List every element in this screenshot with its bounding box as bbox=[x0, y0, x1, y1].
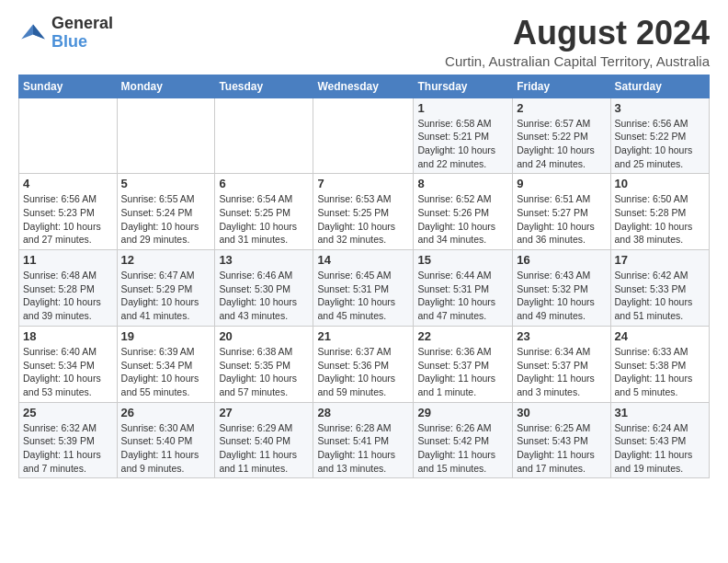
calendar-cell bbox=[215, 98, 313, 174]
day-info: Sunrise: 6:32 AM Sunset: 5:39 PM Dayligh… bbox=[23, 421, 113, 476]
calendar-cell: 11Sunrise: 6:48 AM Sunset: 5:28 PM Dayli… bbox=[19, 250, 118, 327]
day-info: Sunrise: 6:25 AM Sunset: 5:43 PM Dayligh… bbox=[517, 421, 606, 476]
calendar-cell: 26Sunrise: 6:30 AM Sunset: 5:40 PM Dayli… bbox=[117, 402, 215, 478]
day-info: Sunrise: 6:54 AM Sunset: 5:25 PM Dayligh… bbox=[219, 192, 309, 247]
calendar-cell: 27Sunrise: 6:29 AM Sunset: 5:40 PM Dayli… bbox=[215, 402, 313, 478]
day-info: Sunrise: 6:57 AM Sunset: 5:22 PM Dayligh… bbox=[517, 117, 606, 171]
day-number: 24 bbox=[615, 329, 705, 343]
day-number: 16 bbox=[517, 253, 606, 267]
calendar-cell bbox=[117, 98, 215, 174]
calendar-cell: 8Sunrise: 6:52 AM Sunset: 5:26 PM Daylig… bbox=[414, 174, 513, 250]
calendar-cell: 31Sunrise: 6:24 AM Sunset: 5:43 PM Dayli… bbox=[610, 402, 709, 478]
day-info: Sunrise: 6:42 AM Sunset: 5:33 PM Dayligh… bbox=[615, 269, 705, 323]
svg-marker-1 bbox=[33, 24, 45, 39]
calendar-cell: 9Sunrise: 6:51 AM Sunset: 5:27 PM Daylig… bbox=[513, 174, 610, 250]
day-info: Sunrise: 6:39 AM Sunset: 5:34 PM Dayligh… bbox=[121, 345, 211, 399]
day-info: Sunrise: 6:38 AM Sunset: 5:35 PM Dayligh… bbox=[219, 345, 309, 399]
day-info: Sunrise: 6:33 AM Sunset: 5:38 PM Dayligh… bbox=[615, 345, 705, 399]
header-row: SundayMondayTuesdayWednesdayThursdayFrid… bbox=[19, 75, 710, 98]
day-info: Sunrise: 6:43 AM Sunset: 5:32 PM Dayligh… bbox=[517, 269, 606, 323]
day-info: Sunrise: 6:29 AM Sunset: 5:40 PM Dayligh… bbox=[219, 421, 309, 476]
calendar-header: SundayMondayTuesdayWednesdayThursdayFrid… bbox=[19, 75, 710, 98]
day-number: 25 bbox=[23, 406, 113, 419]
day-number: 27 bbox=[219, 406, 309, 419]
day-number: 1 bbox=[417, 101, 508, 115]
calendar-body: 1Sunrise: 6:58 AM Sunset: 5:21 PM Daylig… bbox=[19, 98, 710, 478]
day-info: Sunrise: 6:56 AM Sunset: 5:22 PM Dayligh… bbox=[615, 117, 705, 171]
calendar-cell: 29Sunrise: 6:26 AM Sunset: 5:42 PM Dayli… bbox=[414, 402, 513, 478]
logo: General Blue bbox=[18, 15, 113, 52]
day-number: 6 bbox=[219, 177, 309, 190]
header-day-monday: Monday bbox=[117, 75, 215, 98]
calendar-cell: 24Sunrise: 6:33 AM Sunset: 5:38 PM Dayli… bbox=[610, 326, 709, 402]
week-row-3: 11Sunrise: 6:48 AM Sunset: 5:28 PM Dayli… bbox=[19, 250, 710, 327]
title-block: August 2024 Curtin, Australian Capital T… bbox=[445, 15, 710, 69]
calendar-cell: 12Sunrise: 6:47 AM Sunset: 5:29 PM Dayli… bbox=[117, 250, 215, 327]
day-number: 13 bbox=[219, 253, 309, 267]
calendar-cell: 22Sunrise: 6:36 AM Sunset: 5:37 PM Dayli… bbox=[414, 326, 513, 402]
day-info: Sunrise: 6:55 AM Sunset: 5:24 PM Dayligh… bbox=[121, 192, 211, 247]
calendar-cell: 19Sunrise: 6:39 AM Sunset: 5:34 PM Dayli… bbox=[117, 326, 215, 402]
logo-text: General Blue bbox=[51, 15, 113, 52]
day-number: 28 bbox=[317, 406, 409, 419]
day-number: 14 bbox=[317, 253, 409, 267]
calendar-cell: 15Sunrise: 6:44 AM Sunset: 5:31 PM Dayli… bbox=[414, 250, 513, 327]
day-number: 11 bbox=[23, 253, 113, 267]
calendar-cell: 16Sunrise: 6:43 AM Sunset: 5:32 PM Dayli… bbox=[513, 250, 610, 327]
day-number: 4 bbox=[23, 177, 113, 190]
header-day-saturday: Saturday bbox=[610, 75, 709, 98]
calendar-cell: 25Sunrise: 6:32 AM Sunset: 5:39 PM Dayli… bbox=[19, 402, 118, 478]
day-number: 26 bbox=[121, 406, 211, 419]
calendar-cell: 1Sunrise: 6:58 AM Sunset: 5:21 PM Daylig… bbox=[414, 98, 513, 174]
day-number: 9 bbox=[517, 177, 606, 190]
day-number: 22 bbox=[417, 329, 508, 343]
day-info: Sunrise: 6:28 AM Sunset: 5:41 PM Dayligh… bbox=[317, 421, 409, 476]
header-day-tuesday: Tuesday bbox=[215, 75, 313, 98]
day-number: 8 bbox=[417, 177, 508, 190]
day-info: Sunrise: 6:56 AM Sunset: 5:23 PM Dayligh… bbox=[23, 192, 113, 247]
day-number: 7 bbox=[317, 177, 409, 190]
day-info: Sunrise: 6:34 AM Sunset: 5:37 PM Dayligh… bbox=[517, 345, 606, 399]
calendar-cell: 6Sunrise: 6:54 AM Sunset: 5:25 PM Daylig… bbox=[215, 174, 313, 250]
day-number: 5 bbox=[121, 177, 211, 190]
calendar-cell: 5Sunrise: 6:55 AM Sunset: 5:24 PM Daylig… bbox=[117, 174, 215, 250]
month-title: August 2024 bbox=[445, 15, 710, 52]
day-number: 3 bbox=[615, 101, 705, 115]
calendar-cell bbox=[19, 98, 118, 174]
location-subtitle: Curtin, Australian Capital Territory, Au… bbox=[445, 53, 710, 69]
logo-icon bbox=[18, 18, 48, 48]
week-row-4: 18Sunrise: 6:40 AM Sunset: 5:34 PM Dayli… bbox=[19, 326, 710, 402]
day-info: Sunrise: 6:48 AM Sunset: 5:28 PM Dayligh… bbox=[23, 269, 113, 323]
calendar-cell: 7Sunrise: 6:53 AM Sunset: 5:25 PM Daylig… bbox=[313, 174, 414, 250]
day-info: Sunrise: 6:24 AM Sunset: 5:43 PM Dayligh… bbox=[615, 421, 705, 476]
page-header: General Blue August 2024 Curtin, Austral… bbox=[18, 15, 710, 69]
day-info: Sunrise: 6:47 AM Sunset: 5:29 PM Dayligh… bbox=[121, 269, 211, 323]
calendar-cell: 2Sunrise: 6:57 AM Sunset: 5:22 PM Daylig… bbox=[513, 98, 610, 174]
week-row-2: 4Sunrise: 6:56 AM Sunset: 5:23 PM Daylig… bbox=[19, 174, 710, 250]
day-number: 31 bbox=[615, 406, 705, 419]
calendar-cell: 4Sunrise: 6:56 AM Sunset: 5:23 PM Daylig… bbox=[19, 174, 118, 250]
day-info: Sunrise: 6:30 AM Sunset: 5:40 PM Dayligh… bbox=[121, 421, 211, 476]
day-number: 19 bbox=[121, 329, 211, 343]
calendar-cell: 18Sunrise: 6:40 AM Sunset: 5:34 PM Dayli… bbox=[19, 326, 118, 402]
day-number: 21 bbox=[317, 329, 409, 343]
day-info: Sunrise: 6:44 AM Sunset: 5:31 PM Dayligh… bbox=[417, 269, 508, 323]
calendar-cell: 10Sunrise: 6:50 AM Sunset: 5:28 PM Dayli… bbox=[610, 174, 709, 250]
day-info: Sunrise: 6:50 AM Sunset: 5:28 PM Dayligh… bbox=[615, 192, 705, 247]
day-info: Sunrise: 6:51 AM Sunset: 5:27 PM Dayligh… bbox=[517, 192, 606, 247]
calendar-cell: 14Sunrise: 6:45 AM Sunset: 5:31 PM Dayli… bbox=[313, 250, 414, 327]
calendar-cell: 13Sunrise: 6:46 AM Sunset: 5:30 PM Dayli… bbox=[215, 250, 313, 327]
day-number: 30 bbox=[517, 406, 606, 419]
day-info: Sunrise: 6:58 AM Sunset: 5:21 PM Dayligh… bbox=[417, 117, 508, 171]
calendar-table: SundayMondayTuesdayWednesdayThursdayFrid… bbox=[18, 75, 710, 479]
day-number: 29 bbox=[417, 406, 508, 419]
day-info: Sunrise: 6:46 AM Sunset: 5:30 PM Dayligh… bbox=[219, 269, 309, 323]
day-info: Sunrise: 6:26 AM Sunset: 5:42 PM Dayligh… bbox=[417, 421, 508, 476]
day-number: 23 bbox=[517, 329, 606, 343]
day-number: 10 bbox=[615, 177, 705, 190]
calendar-cell: 3Sunrise: 6:56 AM Sunset: 5:22 PM Daylig… bbox=[610, 98, 709, 174]
day-number: 2 bbox=[517, 101, 606, 115]
day-number: 18 bbox=[23, 329, 113, 343]
day-info: Sunrise: 6:53 AM Sunset: 5:25 PM Dayligh… bbox=[317, 192, 409, 247]
calendar-cell: 17Sunrise: 6:42 AM Sunset: 5:33 PM Dayli… bbox=[610, 250, 709, 327]
